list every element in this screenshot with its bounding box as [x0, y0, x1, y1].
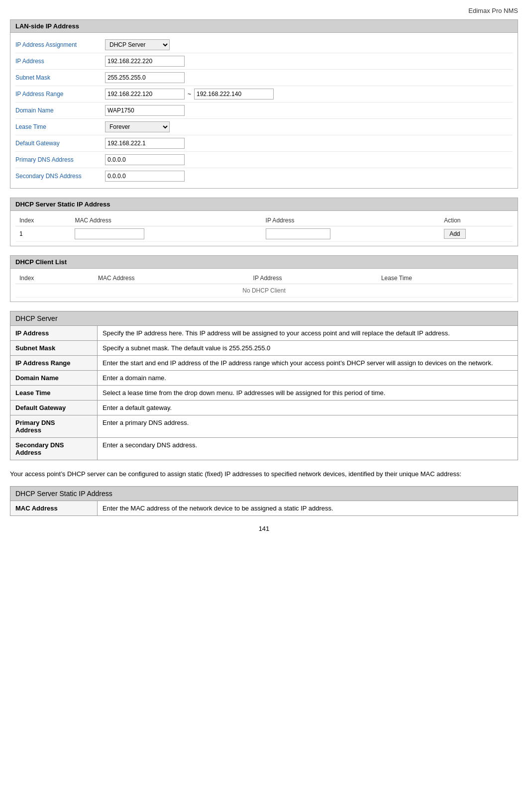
- ref-row: IP AddressSpecify the IP address here. T…: [10, 326, 518, 341]
- form-row-ip-address-assignment: IP Address AssignmentDHCP Server: [15, 37, 513, 53]
- no-data-cell: No DHCP Client: [15, 284, 513, 298]
- ref-table1-header: DHCP Server: [10, 311, 518, 326]
- col-index: Index: [15, 273, 94, 284]
- col-ip: IP Address: [262, 215, 440, 226]
- form-label: Domain Name: [15, 107, 105, 114]
- range-from-input[interactable]: [105, 89, 185, 100]
- lan-panel-body: IP Address AssignmentDHCP ServerIP Addre…: [10, 33, 518, 188]
- ref-row: Default GatewayEnter a default gateway.: [10, 401, 518, 415]
- form-label: Default Gateway: [15, 140, 105, 147]
- ref-row: Primary DNS AddressEnter a primary DNS a…: [10, 415, 518, 438]
- form-row-subnet-mask: Subnet Mask: [15, 70, 513, 86]
- lan-panel-header: LAN-side IP Address: [10, 20, 518, 33]
- page-title: Edimax Pro NMS: [10, 5, 518, 19]
- form-row-primary-dns-address: Primary DNS Address: [15, 152, 513, 168]
- range-to-input[interactable]: [194, 89, 274, 100]
- ref-term: IP Address: [10, 326, 98, 341]
- ref-term: Subnet Mask: [10, 341, 98, 356]
- dhcp-static-header: DHCP Server Static IP Address: [10, 198, 518, 211]
- ip-address-input[interactable]: [266, 228, 330, 239]
- ref-term: MAC Address: [10, 501, 98, 515]
- row-action: Add: [440, 226, 513, 242]
- add-button[interactable]: Add: [444, 229, 465, 239]
- ref-def: Enter a secondary DNS address.: [98, 438, 518, 460]
- select-lease-time[interactable]: Forever: [105, 121, 170, 132]
- ref-def: Enter the start and end IP address of th…: [98, 356, 518, 371]
- ref-table-header-row: DHCP Server: [10, 311, 518, 326]
- form-label: Secondary DNS Address: [15, 173, 105, 180]
- form-row-domain-name: Domain Name: [15, 102, 513, 119]
- col-mac: MAC Address: [94, 273, 249, 284]
- ref-row: Secondary DNS AddressEnter a secondary D…: [10, 438, 518, 460]
- ref-def: Enter the MAC address of the network dev…: [98, 501, 518, 515]
- dhcp-static-table: Index MAC Address IP Address Action 1: [15, 215, 513, 242]
- ref-table-dhcp-static: DHCP Server Static IP Address MAC Addres…: [10, 486, 518, 516]
- col-ip: IP Address: [249, 273, 377, 284]
- form-label: IP Address: [15, 58, 105, 65]
- ref-def: Enter a domain name.: [98, 371, 518, 386]
- select-ip-address-assignment[interactable]: DHCP Server: [105, 39, 170, 50]
- form-row-ip-address-range: IP Address Range~: [15, 86, 513, 102]
- no-data-row: No DHCP Client: [15, 284, 513, 298]
- form-label: IP Address Assignment: [15, 41, 105, 48]
- form-label: Primary DNS Address: [15, 156, 105, 163]
- ref-table2-header-row: DHCP Server Static IP Address: [10, 486, 518, 501]
- ref-term: IP Address Range: [10, 356, 98, 371]
- body-text: Your access point’s DHCP server can be c…: [10, 469, 518, 479]
- row-index: 1: [15, 226, 71, 242]
- dhcp-static-panel: DHCP Server Static IP Address Index MAC …: [10, 198, 518, 246]
- dhcp-client-header: DHCP Client List: [10, 256, 518, 269]
- ref-def: Specify a subnet mask. The default value…: [98, 341, 518, 356]
- form-label: Subnet Mask: [15, 74, 105, 81]
- dhcp-client-panel: DHCP Client List Index MAC Address IP Ad…: [10, 255, 518, 302]
- text-input-ip-address[interactable]: [105, 56, 185, 67]
- form-row-lease-time: Lease TimeForever: [15, 119, 513, 135]
- mac-address-input[interactable]: [75, 228, 144, 239]
- ref-term: Default Gateway: [10, 401, 98, 415]
- dhcp-static-body: Index MAC Address IP Address Action 1: [10, 211, 518, 246]
- col-action: Action: [440, 215, 513, 226]
- ref-term: Lease Time: [10, 386, 98, 401]
- ref-def: Enter a primary DNS address.: [98, 415, 518, 438]
- text-input-subnet-mask[interactable]: [105, 72, 185, 83]
- dhcp-static-row: 1 Add: [15, 226, 513, 242]
- page-number: 141: [10, 525, 518, 532]
- ref-row: Domain NameEnter a domain name.: [10, 371, 518, 386]
- ref-row: Subnet MaskSpecify a subnet mask. The de…: [10, 341, 518, 356]
- ref-table2-header: DHCP Server Static IP Address: [10, 486, 518, 501]
- ref-row: IP Address RangeEnter the start and end …: [10, 356, 518, 371]
- ref-def: Enter a default gateway.: [98, 401, 518, 415]
- ref-term: Primary DNS Address: [10, 415, 98, 438]
- text-input-primary-dns-address[interactable]: [105, 154, 185, 165]
- ref-term: Secondary DNS Address: [10, 438, 98, 460]
- ref-term: Domain Name: [10, 371, 98, 386]
- ref-def: Specify the IP address here. This IP add…: [98, 326, 518, 341]
- ref-def: Select a lease time from the drop down m…: [98, 386, 518, 401]
- dhcp-client-header-row: Index MAC Address IP Address Lease Time: [15, 273, 513, 284]
- dhcp-static-header-row: Index MAC Address IP Address Action: [15, 215, 513, 226]
- dhcp-client-table: Index MAC Address IP Address Lease Time …: [15, 273, 513, 298]
- ref-row: Lease TimeSelect a lease time from the d…: [10, 386, 518, 401]
- dhcp-client-body: Index MAC Address IP Address Lease Time …: [10, 269, 518, 302]
- col-lease: Lease Time: [377, 273, 513, 284]
- row-ip: [262, 226, 440, 242]
- form-label: IP Address Range: [15, 91, 105, 98]
- ref-row: MAC AddressEnter the MAC address of the …: [10, 501, 518, 515]
- row-mac: [71, 226, 261, 242]
- form-row-ip-address: IP Address: [15, 53, 513, 70]
- form-label: Lease Time: [15, 123, 105, 130]
- text-input-domain-name[interactable]: [105, 105, 185, 116]
- lan-side-ip-panel: LAN-side IP Address IP Address Assignmen…: [10, 19, 518, 189]
- form-row-default-gateway: Default Gateway: [15, 135, 513, 152]
- form-row-secondary-dns-address: Secondary DNS Address: [15, 168, 513, 184]
- text-input-default-gateway[interactable]: [105, 138, 185, 149]
- col-index: Index: [15, 215, 71, 226]
- col-mac: MAC Address: [71, 215, 261, 226]
- ref-table-dhcp-server: DHCP Server IP AddressSpecify the IP add…: [10, 311, 518, 460]
- text-input-secondary-dns-address[interactable]: [105, 171, 185, 182]
- range-separator: ~: [188, 91, 191, 98]
